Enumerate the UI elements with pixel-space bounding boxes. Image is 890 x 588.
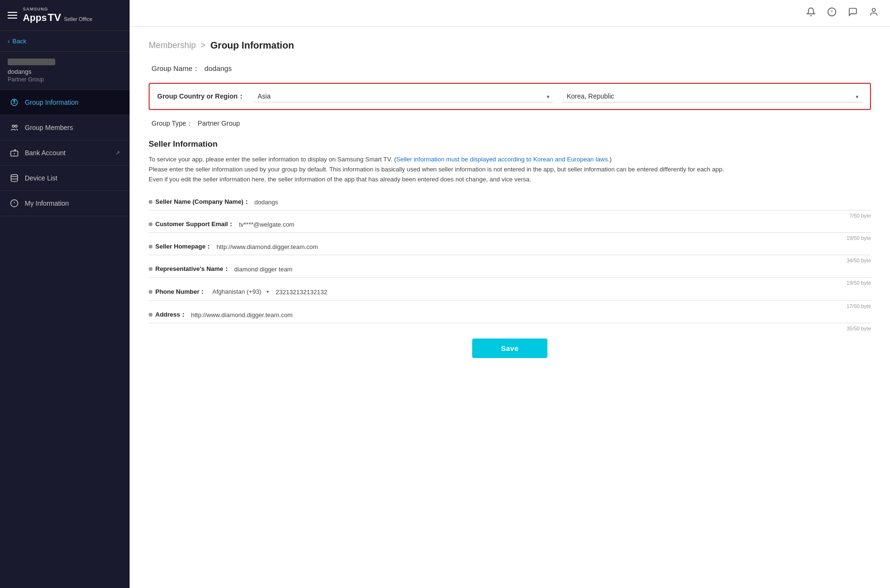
- logo-tv: TV: [48, 11, 61, 24]
- representative-name-byte: 19/50 byte: [847, 280, 871, 286]
- external-link-icon: ↗: [115, 149, 120, 156]
- seller-info-title: Seller Information: [149, 140, 871, 149]
- svg-point-3: [15, 125, 18, 128]
- form-field-seller-homepage: Seller Homepage： 34/50 byte: [149, 242, 871, 255]
- seller-info-desc: To service your app, please enter the se…: [149, 155, 871, 184]
- customer-email-byte: 19/50 byte: [847, 235, 871, 241]
- main-content: Membership > Group Information Group Nam…: [130, 0, 890, 588]
- group-type-row: Group Type： Partner Group: [149, 120, 871, 128]
- sidebar-item-label-group-members: Group Members: [25, 124, 73, 131]
- seller-name-byte: 7/50 byte: [850, 213, 871, 219]
- form-field-address: Address： 35/50 byte: [149, 310, 871, 323]
- address-label: Address：: [149, 310, 186, 319]
- phone-byte: 17/50 byte: [847, 303, 871, 309]
- form-field-phone: Phone Number： Afghanistan (+93) Korea (+…: [149, 287, 871, 301]
- address-row: Address： 35/50 byte: [149, 310, 871, 323]
- sidebar: SAMSUNG Apps TV Seller Office ‹ Back dod…: [0, 0, 130, 588]
- sidebar-item-group-members[interactable]: Group Members: [0, 115, 130, 140]
- device-list-icon: [10, 173, 19, 183]
- user-icon[interactable]: [869, 7, 879, 19]
- group-type-label: Group Type：: [152, 120, 193, 127]
- save-button[interactable]: Save: [472, 339, 547, 358]
- content-area: Membership > Group Information Group Nam…: [130, 27, 890, 588]
- customer-email-row: Customer Support Email： 19/50 byte: [149, 220, 871, 233]
- back-link[interactable]: ‹ Back: [0, 31, 130, 52]
- group-name-row: Group Name： dodangs: [149, 64, 871, 73]
- address-byte: 35/50 byte: [847, 326, 871, 331]
- seller-info-desc-line1: To service your app, please enter the se…: [149, 156, 612, 163]
- seller-info-blue-text: Seller information must be displayed acc…: [396, 156, 610, 163]
- continent-select-wrapper: Asia Americas Europe Africa Oceania: [254, 90, 554, 102]
- info-icon[interactable]: [827, 7, 837, 19]
- svg-point-1: [14, 100, 15, 102]
- seller-homepage-row: Seller Homepage： 34/50 byte: [149, 242, 871, 255]
- phone-country-select[interactable]: Afghanistan (+93) Korea (+82) Japan (+81…: [210, 287, 271, 297]
- form-field-seller-name: Seller Name (Company Name)： 7/50 byte: [149, 198, 871, 210]
- sidebar-item-group-information[interactable]: Group Information: [0, 90, 130, 115]
- group-members-icon: [10, 123, 19, 132]
- seller-info-desc-line2: Please enter the seller information used…: [149, 166, 724, 173]
- group-info-icon: [10, 98, 19, 107]
- svg-point-2: [12, 125, 15, 128]
- customer-email-label: Customer Support Email：: [149, 220, 234, 229]
- notification-icon[interactable]: [806, 7, 816, 19]
- user-name: dodangs: [8, 68, 122, 75]
- sidebar-item-bank-account[interactable]: Bank Account ↗: [0, 140, 130, 166]
- phone-label: Phone Number：: [149, 288, 205, 296]
- country-region-label: Group Country or Region：: [157, 92, 244, 101]
- user-info: dodangs Partner Group: [0, 52, 130, 90]
- breadcrumb-arrow: >: [201, 40, 206, 50]
- my-information-icon: [10, 199, 19, 208]
- logo-samsung: SAMSUNG: [23, 7, 92, 11]
- group-name-label: Group Name：: [152, 64, 200, 72]
- seller-homepage-label: Seller Homepage：: [149, 242, 212, 251]
- sidebar-item-device-list[interactable]: Device List: [0, 166, 130, 191]
- phone-row: Phone Number： Afghanistan (+93) Korea (+…: [149, 287, 871, 301]
- logo-seller: Seller Office: [64, 16, 92, 22]
- user-blurred-avatar: [8, 59, 55, 65]
- user-role: Partner Group: [8, 76, 122, 83]
- breadcrumb: Membership > Group Information: [149, 40, 871, 51]
- representative-name-row: Representative's Name： 19/50 byte: [149, 265, 871, 278]
- seller-name-label: Seller Name (Company Name)：: [149, 198, 250, 206]
- representative-name-label: Representative's Name：: [149, 265, 230, 273]
- seller-name-input[interactable]: [254, 199, 871, 206]
- sidebar-item-label-bank-account: Bank Account: [25, 149, 66, 157]
- group-type-value: Partner Group: [198, 120, 240, 127]
- seller-name-row: Seller Name (Company Name)： 7/50 byte: [149, 198, 871, 210]
- phone-number-input[interactable]: [275, 289, 871, 296]
- logo-apps: Apps: [23, 12, 47, 23]
- country-select[interactable]: Korea, Republic Japan China India: [563, 90, 862, 102]
- form-field-customer-email: Customer Support Email： 19/50 byte: [149, 220, 871, 233]
- country-select-wrapper: Korea, Republic Japan China India: [563, 90, 862, 102]
- group-name-value: dodangs: [204, 64, 232, 72]
- sidebar-header: SAMSUNG Apps TV Seller Office: [0, 0, 130, 31]
- sidebar-item-label-my-information: My Information: [25, 199, 69, 207]
- sidebar-item-label-group-information: Group Information: [25, 99, 79, 106]
- continent-select[interactable]: Asia Americas Europe Africa Oceania: [254, 90, 554, 102]
- save-btn-row: Save: [149, 339, 871, 358]
- sidebar-item-label-device-list: Device List: [25, 174, 57, 182]
- breadcrumb-current: Group Information: [211, 40, 294, 51]
- seller-info-desc-line3: Even if you edit the seller information …: [149, 176, 531, 183]
- representative-name-input[interactable]: [234, 266, 871, 273]
- customer-email-input[interactable]: [239, 221, 871, 228]
- form-field-representative-name: Representative's Name： 19/50 byte: [149, 265, 871, 278]
- chat-icon[interactable]: [848, 7, 858, 19]
- address-input[interactable]: [191, 311, 871, 319]
- bank-account-icon: [10, 148, 19, 158]
- phone-country-select-wrapper: Afghanistan (+93) Korea (+82) Japan (+81…: [210, 287, 271, 297]
- top-bar: [130, 0, 890, 27]
- seller-homepage-input[interactable]: [217, 243, 871, 250]
- svg-point-13: [872, 9, 876, 12]
- seller-homepage-byte: 34/50 byte: [847, 258, 871, 263]
- country-region-box: Group Country or Region： Asia Americas E…: [149, 83, 871, 110]
- logo-area: SAMSUNG Apps TV Seller Office: [23, 7, 92, 24]
- sidebar-item-my-information[interactable]: My Information: [0, 191, 130, 216]
- breadcrumb-membership: Membership: [149, 40, 196, 50]
- svg-point-6: [11, 175, 18, 177]
- hamburger-icon[interactable]: [8, 12, 17, 19]
